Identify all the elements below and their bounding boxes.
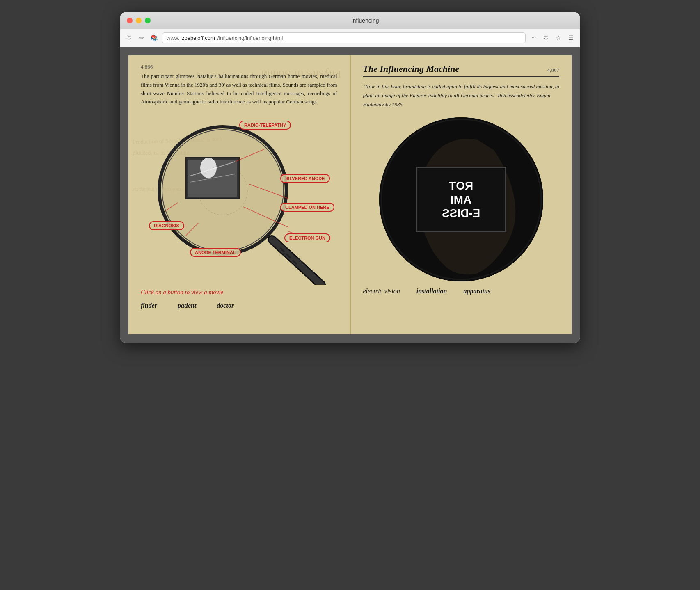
browser-content: 4,866 Physics of Sound Production of Sou… bbox=[120, 47, 580, 343]
label-silvered-anode: SILVERED ANODE bbox=[280, 174, 330, 183]
close-button[interactable] bbox=[127, 18, 133, 23]
page-left: 4,866 Physics of Sound Production of Sou… bbox=[128, 55, 351, 334]
circle-image: ROT AMI E-DISS bbox=[379, 117, 543, 281]
right-page-header: The Influencing Machine 4,867 bbox=[363, 64, 560, 77]
maximize-button[interactable] bbox=[145, 18, 151, 23]
diagram-area: RADIO·TELEPATHY SILVERED ANODE CLAMPED O… bbox=[141, 112, 337, 285]
svg-line-9 bbox=[272, 240, 321, 285]
installation-button[interactable]: installation bbox=[416, 288, 447, 295]
url-path: /influencing/influencing.html bbox=[217, 35, 283, 41]
tv-text-line1: ROT bbox=[449, 179, 473, 192]
label-electron-gun: ELECTRON GUN bbox=[284, 233, 330, 242]
doctor-button[interactable]: doctor bbox=[217, 302, 234, 309]
toolbar-right: ··· 🛡 ☆ ☰ bbox=[530, 34, 575, 42]
shield-icon: 🛡 bbox=[125, 34, 133, 42]
apparatus-button[interactable]: apparatus bbox=[463, 288, 490, 295]
minimize-button[interactable] bbox=[136, 18, 142, 23]
right-page-quote: "Now in this hour, broadsting is called … bbox=[363, 82, 560, 109]
electric-vision-button[interactable]: electric vision bbox=[363, 288, 400, 295]
address-bar[interactable]: www.zoebeloff.com/influencing/influencin… bbox=[162, 32, 526, 43]
tv-screen: ROT AMI E-DISS bbox=[416, 167, 506, 232]
url-protocol: www. bbox=[167, 35, 179, 41]
menu-icon[interactable]: ☰ bbox=[567, 34, 575, 42]
circle-inner: ROT AMI E-DISS bbox=[379, 117, 543, 281]
window-buttons bbox=[127, 18, 151, 23]
circle-image-container: ROT AMI E-DISS bbox=[363, 117, 560, 281]
book: 4,866 Physics of Sound Production of Sou… bbox=[128, 55, 572, 334]
edit-icon: ✏ bbox=[137, 34, 146, 42]
browser-title: influencing bbox=[157, 17, 573, 24]
more-icon[interactable]: ··· bbox=[530, 34, 538, 42]
label-radio-telepathy: RADIO·TELEPATHY bbox=[239, 121, 291, 130]
bookmark-icon[interactable]: ☆ bbox=[554, 34, 563, 42]
click-instruction: Click on a button to view a movie bbox=[141, 289, 337, 296]
right-page-number: 4,867 bbox=[547, 67, 559, 73]
browser-toolbar: 🛡 ✏ 📚 www.zoebeloff.com/influencing/infl… bbox=[120, 29, 580, 47]
tv-text-line2: AMI bbox=[451, 193, 471, 206]
magnifier-svg bbox=[133, 108, 338, 285]
pocket-icon[interactable]: 🛡 bbox=[542, 34, 550, 42]
url-domain: zoebeloff.com bbox=[182, 35, 215, 41]
left-body-text: The participant glimpses Natalija's hall… bbox=[141, 72, 337, 106]
bookmarks-icon: 📚 bbox=[150, 34, 158, 42]
browser-titlebar: influencing bbox=[120, 12, 580, 29]
right-page-title: The Influencing Machine bbox=[363, 64, 460, 74]
label-clamped-on: CLAMPED ON HERE bbox=[280, 203, 334, 212]
page-right: The Influencing Machine 4,867 "Now in th… bbox=[351, 55, 572, 334]
patient-button[interactable]: patient bbox=[178, 302, 196, 309]
label-diagnosis: DIAGNOSIS bbox=[149, 221, 184, 230]
finder-button[interactable]: finder bbox=[141, 302, 157, 309]
tv-screen-text: ROT AMI E-DISS bbox=[442, 179, 480, 220]
label-anode-terminal: ANODE TERMINAL bbox=[190, 248, 241, 257]
tv-text-line3: E-DISS bbox=[442, 207, 480, 220]
right-bottom-buttons: electric vision installation apparatus bbox=[363, 288, 560, 295]
browser-window: influencing 🛡 ✏ 📚 www.zoebeloff.com/infl… bbox=[120, 12, 580, 343]
bottom-buttons: finder patient doctor bbox=[141, 302, 337, 309]
